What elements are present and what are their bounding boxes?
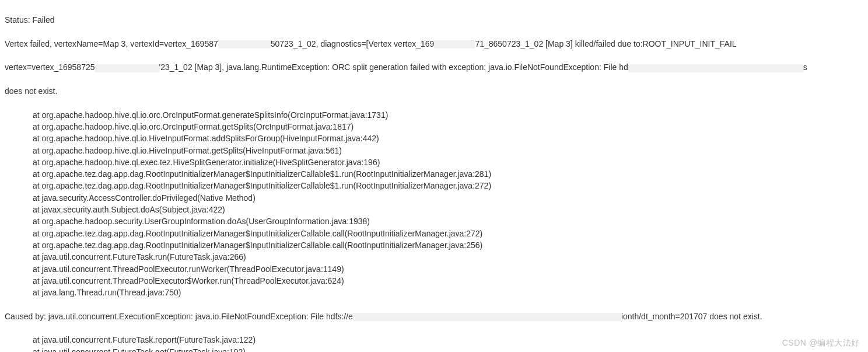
stack-frame: at org.apache.hadoop.hive.ql.io.orc.OrcI… (5, 109, 863, 121)
stack-frame: at org.apache.tez.dag.app.dag.RootInputI… (5, 180, 863, 191)
stack-frame: at java.security.AccessController.doPriv… (5, 192, 863, 204)
status-line: Status: Failed (5, 14, 863, 26)
stack-frame: at org.apache.hadoop.hive.ql.io.HiveInpu… (5, 145, 863, 156)
stack-frame: at org.apache.hadoop.hive.ql.io.HiveInpu… (5, 133, 863, 144)
stack-frame: at org.apache.tez.dag.app.dag.RootInputI… (5, 239, 863, 251)
log-output: Status: Failed Vertex failed, vertexName… (0, 0, 868, 352)
stack-frame: at org.apache.hadoop.hive.ql.exec.tez.Hi… (5, 156, 863, 168)
stack-frame: at java.util.concurrent.FutureTask.get(F… (5, 346, 863, 352)
caused-by-1: Caused by: java.util.concurrent.Executio… (5, 311, 863, 322)
stack-frame: at javax.security.auth.Subject.doAs(Subj… (5, 204, 863, 215)
error-header-3: does not exist. (5, 85, 863, 97)
stack-frame: at java.util.concurrent.ThreadPoolExecut… (5, 263, 863, 275)
stack-frame: at org.apache.tez.dag.app.dag.RootInputI… (5, 228, 863, 239)
error-header-2: vertex=vertex_16958725'23_1_02 [Map 3], … (5, 61, 863, 73)
error-header-1: Vertex failed, vertexName=Map 3, vertexI… (5, 38, 863, 50)
stack-frame: at java.lang.Thread.run(Thread.java:750) (5, 287, 863, 298)
stack-frame: at org.apache.hadoop.security.UserGroupI… (5, 215, 863, 227)
stack-frame: at java.util.concurrent.ThreadPoolExecut… (5, 275, 863, 287)
stack-frame: at java.util.concurrent.FutureTask.run(F… (5, 251, 863, 263)
stack-frame: at org.apache.tez.dag.app.dag.RootInputI… (5, 168, 863, 180)
stack-frame: at java.util.concurrent.FutureTask.repor… (5, 334, 863, 346)
stack-frame: at org.apache.hadoop.hive.ql.io.orc.OrcI… (5, 121, 863, 133)
